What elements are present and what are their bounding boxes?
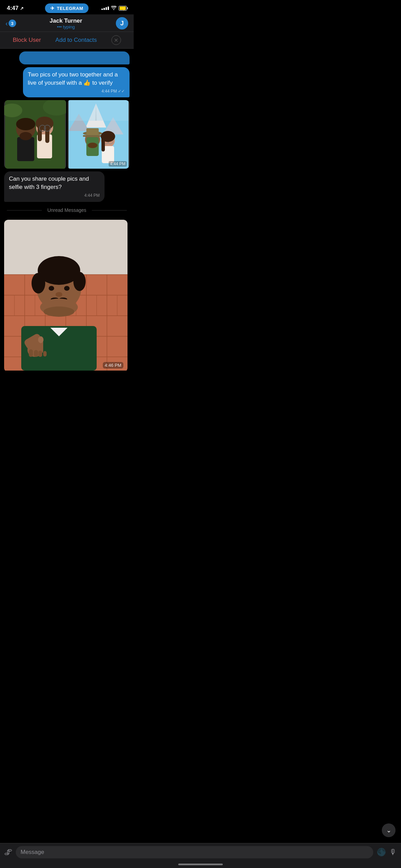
svg-rect-70	[29, 349, 33, 357]
svg-point-63	[44, 306, 74, 317]
message-outgoing-verify: Two pics of you two together and a live …	[23, 67, 130, 97]
telegram-label: TELEGRAM	[57, 6, 83, 11]
close-action-bar-button[interactable]: ✕	[111, 35, 121, 45]
svg-point-59	[56, 292, 62, 297]
svg-rect-12	[45, 121, 49, 143]
telegram-arrow-icon: ✈	[50, 5, 55, 11]
svg-rect-5	[17, 137, 34, 161]
nav-center: Jack Turner ••• typing	[50, 17, 82, 29]
svg-rect-21	[69, 100, 129, 121]
photo-1[interactable]	[4, 100, 66, 169]
couple-photo-1-img	[4, 100, 66, 169]
contact-avatar[interactable]: J	[116, 17, 128, 29]
back-button[interactable]: ‹ 3	[5, 20, 16, 27]
message-time: 4:44 PM	[84, 193, 100, 198]
photos-message: 4:44 PM	[4, 100, 130, 169]
svg-rect-72	[38, 351, 42, 357]
add-to-contacts-button[interactable]: Add to Contacts	[56, 37, 97, 44]
svg-rect-34	[101, 134, 105, 152]
svg-point-6	[20, 132, 32, 140]
battery-icon: ⚡	[119, 6, 127, 11]
selfie-photo-message[interactable]: 4:46 PM	[4, 220, 127, 372]
svg-point-55	[32, 273, 45, 293]
messages-list: Two pics of you two together and a live …	[0, 49, 134, 376]
time-display: 4:47	[7, 5, 19, 12]
svg-point-56	[73, 272, 86, 291]
wifi-icon	[111, 5, 117, 11]
unread-messages-divider: Unread Messages	[4, 205, 130, 216]
message-text: Can you share couple pics and selfie wit…	[9, 176, 89, 190]
signal-icon	[101, 7, 109, 10]
photos-time: 4:44 PM	[109, 161, 127, 167]
charging-bolt-icon: ⚡	[122, 7, 126, 11]
chat-title[interactable]: Jack Turner	[50, 17, 82, 24]
svg-rect-73	[43, 351, 47, 357]
photo-2[interactable]: 4:44 PM	[68, 100, 130, 169]
telegram-banner[interactable]: ✈ TELEGRAM	[45, 3, 88, 13]
svg-rect-24	[86, 128, 99, 135]
status-time: 4:47 ↗	[7, 5, 24, 12]
typing-status: ••• typing	[50, 24, 82, 29]
message-partial	[19, 51, 130, 64]
message-incoming-fingers: Can you share couple pics and selfie wit…	[4, 171, 105, 202]
message-time: 4:44 PM	[101, 88, 117, 94]
svg-rect-25	[83, 135, 102, 137]
selfie-photo-img	[4, 220, 127, 371]
nav-badge: 3	[9, 20, 16, 27]
couple-photo-2-img	[68, 100, 130, 169]
message-text: Two pics of you two together and a live …	[28, 71, 118, 86]
nav-bar: ‹ 3 Jack Turner ••• typing J	[0, 14, 134, 32]
block-user-button[interactable]: Block User	[13, 37, 41, 44]
svg-point-69	[38, 336, 44, 343]
location-icon: ↗	[20, 6, 24, 11]
svg-point-57	[49, 286, 54, 291]
svg-point-27	[88, 143, 97, 148]
action-bar: Block User Add to Contacts ✕	[0, 32, 134, 49]
status-right: ⚡	[101, 5, 127, 11]
svg-point-58	[64, 286, 70, 291]
svg-point-7	[16, 118, 35, 130]
status-bar: 4:47 ↗ ✈ TELEGRAM ⚡	[0, 0, 134, 14]
svg-rect-71	[34, 350, 38, 357]
back-chevron-icon: ‹	[5, 20, 8, 27]
large-photo-time: 4:46 PM	[103, 362, 123, 369]
read-checkmarks-icon: ✓✓	[118, 88, 125, 94]
photos-row: 4:44 PM	[4, 100, 130, 169]
